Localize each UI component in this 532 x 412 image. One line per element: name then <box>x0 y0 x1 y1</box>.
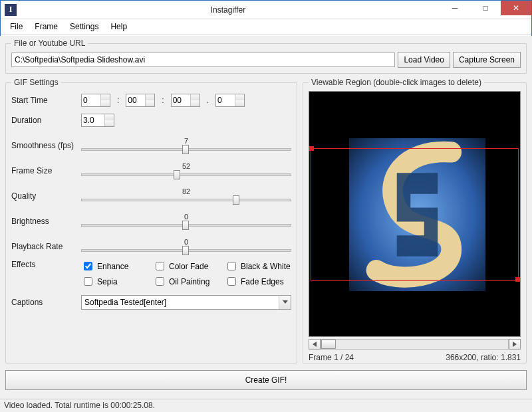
viewable-region-legend: Viewable Region (double-click images to … <box>309 78 484 87</box>
gif-settings-legend: GIF Settings <box>11 78 61 87</box>
time-sep-1: : <box>117 96 119 105</box>
menu-bar: File Frame Settings Help <box>1 19 531 35</box>
effect-checkbox[interactable] <box>227 277 236 286</box>
menu-settings[interactable]: Settings <box>65 21 104 33</box>
brightness-slider-value: 0 <box>81 213 291 221</box>
effect-label: Black & White <box>241 262 291 271</box>
start-seconds-spinner[interactable] <box>171 94 200 107</box>
viewable-region-group: Viewable Region (double-click images to … <box>303 78 527 363</box>
scroll-left-button[interactable] <box>309 339 321 350</box>
capture-screen-button[interactable]: Capture Screen <box>453 52 521 68</box>
start-hours-input[interactable] <box>82 94 100 106</box>
frame-size-slider-thumb[interactable] <box>174 170 180 179</box>
effect-checkbox[interactable] <box>227 262 236 270</box>
frame-size-slider-label: Frame Size <box>11 166 81 175</box>
frame-scrollbar[interactable] <box>321 339 509 350</box>
status-text: Video loaded. Total runtime is 00:00:25.… <box>4 401 155 410</box>
effect-label: Sepia <box>97 277 118 286</box>
captions-drop-icon[interactable] <box>279 296 291 309</box>
effect-checkbox[interactable] <box>156 277 164 286</box>
brightness-slider[interactable] <box>81 221 291 230</box>
preview-canvas[interactable] <box>309 91 521 337</box>
smoothness-slider[interactable] <box>81 145 291 154</box>
effect-label: Color Fade <box>169 262 208 271</box>
crop-handle-tl[interactable] <box>309 146 314 151</box>
brightness-slider-label: Brightness <box>11 217 81 226</box>
start-hours-spinner[interactable] <box>81 94 110 107</box>
scroll-right-button[interactable] <box>509 339 521 350</box>
captions-combo[interactable]: Softpedia Tested[enter] <box>81 295 291 310</box>
duration-label: Duration <box>11 116 81 125</box>
effect-oil-painting[interactable]: Oil Painting <box>153 275 219 288</box>
effect-enhance[interactable]: Enhance <box>81 260 148 272</box>
start-time-label: Start Time <box>11 96 81 105</box>
quality-slider[interactable] <box>81 195 291 205</box>
time-sep-3: . <box>207 96 209 105</box>
effect-fade-edges[interactable]: Fade Edges <box>225 275 291 288</box>
effect-label: Fade Edges <box>241 277 284 286</box>
start-frames-input[interactable] <box>216 94 235 106</box>
smoothness-slider-label: Smoothness (fps) <box>11 141 81 150</box>
start-seconds-input[interactable] <box>172 94 190 106</box>
effect-color-fade[interactable]: Color Fade <box>153 260 219 272</box>
app-icon: I <box>5 4 17 16</box>
crop-handle-br[interactable] <box>515 277 520 282</box>
playback-rate-slider[interactable] <box>81 246 291 255</box>
time-sep-2: : <box>162 96 164 105</box>
captions-label: Captions <box>11 298 81 307</box>
effect-label: Oil Painting <box>169 277 209 286</box>
effects-label: Effects <box>11 260 81 269</box>
effect-checkbox[interactable] <box>156 262 164 270</box>
duration-spinner[interactable] <box>81 114 114 127</box>
effect-sepia[interactable]: Sepia <box>81 275 148 288</box>
window-buttons: ─ □ ✕ <box>440 1 531 19</box>
minimize-button[interactable]: ─ <box>440 1 470 15</box>
crop-selection[interactable] <box>311 148 519 281</box>
quality-slider-value: 82 <box>81 187 291 195</box>
effect-label: Enhance <box>97 262 128 271</box>
brightness-slider-thumb[interactable] <box>182 221 189 230</box>
title-bar: I Instagiffer ─ □ ✕ <box>1 1 531 19</box>
window-title: Instagiffer <box>17 5 440 15</box>
file-url-group: File or Youtube URL Load Video Capture S… <box>5 39 527 74</box>
start-frames-spinner[interactable] <box>215 94 245 107</box>
playback-rate-slider-value: 0 <box>81 238 291 246</box>
start-minutes-input[interactable] <box>126 94 145 106</box>
smoothness-slider-value: 7 <box>81 137 291 145</box>
status-bar: Video loaded. Total runtime is 00:00:25.… <box>0 399 532 412</box>
frame-counter: Frame 1 / 24 <box>309 353 354 362</box>
maximize-button[interactable]: □ <box>470 1 501 15</box>
effect-checkbox[interactable] <box>84 277 92 286</box>
playback-rate-slider-label: Playback Rate <box>11 242 81 251</box>
file-url-legend: File or Youtube URL <box>11 39 88 48</box>
frame-size-slider[interactable] <box>81 170 291 179</box>
smoothness-slider-thumb[interactable] <box>182 145 189 154</box>
frame-size-slider-value: 52 <box>81 162 291 170</box>
url-input[interactable] <box>11 52 395 67</box>
menu-help[interactable]: Help <box>105 21 132 33</box>
load-video-button[interactable]: Load Video <box>398 52 450 68</box>
quality-slider-label: Quality <box>11 191 81 201</box>
effect-black-white[interactable]: Black & White <box>225 260 291 272</box>
menu-file[interactable]: File <box>5 21 28 33</box>
create-gif-button[interactable]: Create GIF! <box>5 370 527 390</box>
frame-scroll-thumb[interactable] <box>321 340 336 349</box>
quality-slider-thumb[interactable] <box>233 195 239 205</box>
close-button[interactable]: ✕ <box>501 1 531 15</box>
dimensions-label: 366x200, ratio: 1.831 <box>446 353 521 362</box>
effect-checkbox[interactable] <box>84 262 92 270</box>
gif-settings-group: GIF Settings Start Time : : . Duration <box>5 78 297 363</box>
captions-value: Softpedia Tested[enter] <box>82 298 279 307</box>
start-minutes-spinner[interactable] <box>126 94 155 107</box>
duration-input[interactable] <box>82 114 104 126</box>
playback-rate-slider-thumb[interactable] <box>182 246 189 255</box>
menu-frame[interactable]: Frame <box>29 21 63 33</box>
